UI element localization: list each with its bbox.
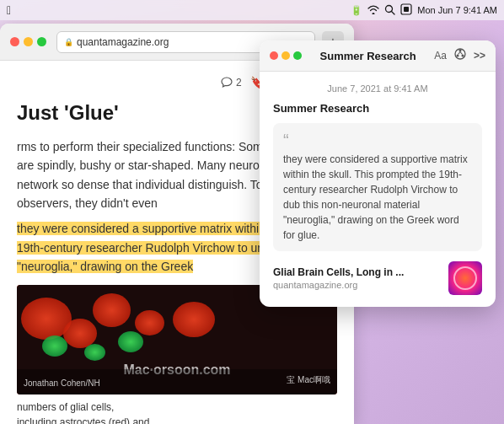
note-titlebar: Summer Research Aa >> (260, 40, 496, 72)
svg-line-8 (458, 52, 460, 55)
neuron-cell-7 (118, 331, 143, 352)
article-bottom-text: numbers of glial cells, including astroc… (17, 400, 337, 424)
neuron-cell-5 (42, 335, 67, 357)
source-title: Glial Brain Cells, Long in ... (273, 266, 440, 278)
note-source: Glial Brain Cells, Long in ... quantamag… (273, 261, 482, 295)
svg-point-5 (458, 50, 461, 52)
menubar:  🔋 Mon Jun 7 9:41 AM (0, 0, 504, 20)
note-expand-button[interactable]: >> (474, 50, 485, 62)
menubar-left:  (7, 3, 11, 17)
comment-number: 2 (236, 77, 242, 89)
svg-line-9 (460, 52, 463, 55)
browser-traffic-lights (10, 37, 46, 46)
note-popup: Summer Research Aa >> June 7, 2021 at 9:… (260, 40, 496, 307)
datetime: Mon Jun 7 9:41 AM (417, 5, 497, 15)
image-caption: Jonathan Cohen/NH (24, 378, 100, 388)
browser-close-button[interactable] (10, 37, 19, 46)
menubar-right: 🔋 Mon Jun 7 9:41 AM (351, 3, 497, 17)
note-maximize-button[interactable] (293, 51, 302, 60)
source-thumbnail (448, 261, 482, 295)
note-quote-text: they were considered a supportive matrix… (283, 152, 472, 243)
svg-point-7 (461, 55, 464, 57)
image-overlay: Jonathan Cohen/NH 宝 Mac啊哦 (17, 369, 337, 394)
browser-minimize-button[interactable] (24, 37, 33, 46)
battery-icon: 🔋 (351, 5, 362, 16)
note-controls: Aa >> (434, 47, 485, 64)
address-text: quantamagazine.org (77, 36, 169, 48)
source-thumb-inner (453, 266, 477, 290)
browser-maximize-button[interactable] (37, 37, 46, 46)
neuron-cell-4 (135, 310, 164, 335)
note-share-icon[interactable] (453, 47, 467, 64)
comment-icon (221, 77, 233, 89)
note-heading: Summer Research (273, 102, 482, 115)
image-photographer: 宝 Mac啊哦 (287, 374, 330, 386)
note-minimize-button[interactable] (281, 51, 290, 60)
note-close-button[interactable] (270, 51, 278, 60)
svg-rect-3 (404, 7, 409, 12)
source-url: quantamagazine.org (273, 280, 440, 290)
neuron-cell-3 (93, 293, 131, 327)
source-info: Glial Brain Cells, Long in ... quantamag… (273, 266, 440, 290)
note-traffic-lights (270, 51, 302, 60)
apple-logo-icon:  (7, 3, 11, 17)
neuron-cell-6 (84, 344, 105, 361)
svg-line-1 (392, 11, 395, 14)
quote-mark: “ (283, 131, 472, 148)
wifi-icon (367, 5, 379, 16)
note-date: June 7, 2021 at 9:41 AM (273, 83, 482, 94)
lock-icon: 🔒 (64, 38, 73, 46)
system-icon (400, 3, 412, 17)
note-title: Summer Research (308, 50, 427, 62)
font-size-button[interactable]: Aa (434, 50, 447, 62)
neuron-cell-8 (173, 302, 215, 337)
note-quote-box: “ they were considered a supportive matr… (273, 123, 482, 251)
search-icon (384, 4, 395, 17)
svg-point-6 (456, 55, 458, 57)
comment-count: 2 (221, 77, 242, 89)
note-body: June 7, 2021 at 9:41 AM Summer Research … (260, 72, 496, 307)
